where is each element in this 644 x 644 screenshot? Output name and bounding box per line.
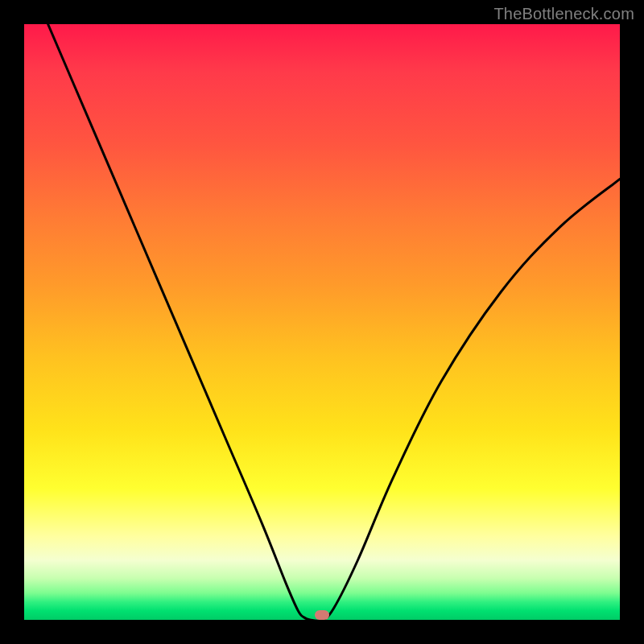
chart-frame: TheBottleneck.com xyxy=(0,0,644,644)
watermark-text: TheBottleneck.com xyxy=(493,5,634,23)
bottleneck-curve xyxy=(24,24,620,620)
chart-marker xyxy=(315,610,329,620)
plot-area xyxy=(24,24,620,620)
